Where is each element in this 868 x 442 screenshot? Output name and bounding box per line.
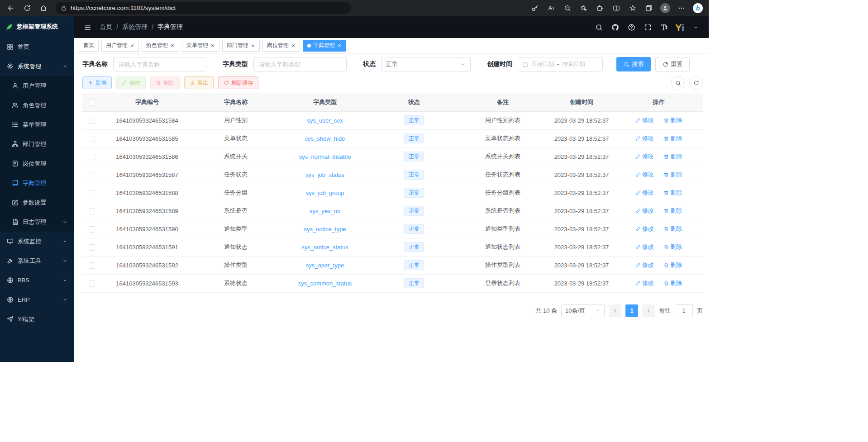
delete-link[interactable]: 删除	[663, 134, 682, 143]
hamburger-icon[interactable]	[81, 20, 94, 34]
collections-icon[interactable]	[642, 2, 656, 14]
tab-close-icon[interactable]	[130, 43, 134, 48]
edit-link[interactable]: 修改	[635, 279, 654, 287]
row-checkbox[interactable]	[89, 280, 95, 287]
sidebar-item[interactable]: 首页	[0, 37, 74, 57]
breadcrumb-item[interactable]: / 字典管理	[152, 23, 183, 31]
dict-type-link[interactable]: sys_job_group	[306, 190, 344, 196]
tab[interactable]: 首页	[79, 40, 99, 52]
row-checkbox[interactable]	[89, 154, 95, 160]
row-checkbox[interactable]	[89, 226, 95, 233]
dict-type-link[interactable]: sys_common_status	[298, 280, 352, 287]
delete-link[interactable]: 删除	[663, 279, 682, 287]
dict-type-link[interactable]: sys_notice_status	[301, 244, 348, 251]
next-page-button[interactable]	[642, 304, 655, 317]
delete-button[interactable]: 删除	[150, 76, 180, 89]
app-logo[interactable]: 意框架管理系统	[0, 16, 74, 37]
breadcrumb-item[interactable]: 首页	[100, 23, 112, 31]
extensions-icon[interactable]	[593, 2, 607, 14]
more-icon[interactable]	[674, 2, 689, 14]
search-button[interactable]: 搜索	[616, 57, 651, 71]
delete-link[interactable]: 删除	[663, 189, 682, 197]
row-checkbox[interactable]	[89, 190, 95, 196]
help-icon[interactable]	[625, 20, 638, 34]
add-button[interactable]: 新增	[82, 76, 112, 89]
tab-close-icon[interactable]	[170, 43, 175, 48]
edit-link[interactable]: 修改	[635, 171, 654, 179]
dict-type-link[interactable]: sys_oper_type	[306, 262, 344, 269]
tab[interactable]: 角色管理	[142, 40, 179, 52]
sidebar-item[interactable]: 参数设置	[0, 193, 74, 212]
tab-close-icon[interactable]	[291, 43, 296, 48]
edit-link[interactable]: 修改	[635, 225, 654, 233]
zoom-icon[interactable]	[560, 2, 575, 14]
edit-link[interactable]: 修改	[635, 243, 654, 251]
edit-link[interactable]: 修改	[635, 134, 654, 143]
breadcrumb-item[interactable]: / 系统管理	[116, 23, 148, 31]
row-checkbox[interactable]	[89, 244, 95, 251]
fullscreen-icon[interactable]	[641, 20, 654, 34]
favorites-icon[interactable]	[625, 2, 640, 14]
row-checkbox[interactable]	[89, 208, 95, 214]
sidebar-item[interactable]: 字典管理	[0, 173, 74, 193]
export-button[interactable]: 导出	[184, 76, 214, 89]
back-icon[interactable]	[4, 2, 18, 14]
delete-link[interactable]: 删除	[663, 225, 682, 233]
refresh-cache-button[interactable]: 刷新缓存	[218, 76, 258, 89]
lock-icon[interactable]	[61, 5, 67, 11]
sidebar-item[interactable]: 系统管理	[0, 57, 74, 76]
current-page[interactable]: 1	[625, 304, 638, 317]
reset-button[interactable]: 重置	[655, 57, 690, 71]
goto-page-input[interactable]	[675, 304, 693, 317]
row-checkbox[interactable]	[89, 262, 95, 269]
font-size-icon[interactable]	[657, 20, 671, 34]
split-screen-icon[interactable]	[609, 2, 624, 14]
delete-link[interactable]: 删除	[663, 116, 682, 124]
delete-link[interactable]: 删除	[663, 152, 682, 161]
delete-link[interactable]: 删除	[663, 171, 682, 179]
row-checkbox[interactable]	[89, 118, 95, 124]
sidebar-item[interactable]: ERP	[0, 290, 74, 309]
row-checkbox[interactable]	[89, 136, 95, 142]
sidebar-item[interactable]: BBS	[0, 271, 74, 290]
tab[interactable]: 岗位管理	[262, 40, 300, 52]
row-checkbox[interactable]	[89, 172, 95, 178]
edit-link[interactable]: 修改	[635, 152, 654, 161]
dict-type-link[interactable]: sys_yes_no	[310, 208, 341, 214]
tab[interactable]: 字典管理	[303, 40, 346, 52]
tab[interactable]: 菜单管理	[182, 40, 219, 52]
toggle-search-button[interactable]	[671, 76, 685, 90]
sidebar-item[interactable]: 系统工具	[0, 251, 74, 271]
dict-type-link[interactable]: sys_show_hide	[305, 135, 345, 142]
delete-link[interactable]: 删除	[663, 261, 682, 269]
sidebar-item[interactable]: 系统监控	[0, 232, 74, 251]
address-bar[interactable]: https://ccnetcore.com:1101/system/dict	[55, 2, 351, 14]
date-range-picker[interactable]: 开始日期 - 结束日期	[518, 57, 603, 71]
sidebar-item[interactable]: Yi框架	[0, 309, 74, 329]
sidebar-item[interactable]: 部门管理	[0, 134, 74, 154]
delete-link[interactable]: 删除	[663, 207, 682, 215]
edit-link[interactable]: 修改	[635, 207, 654, 215]
favorite-add-icon[interactable]	[577, 2, 591, 14]
home-icon[interactable]	[36, 2, 51, 14]
page-size-select[interactable]: 10条/页	[561, 304, 605, 317]
edit-link[interactable]: 修改	[635, 189, 654, 197]
dict-type-link[interactable]: sys_normal_disable	[299, 153, 351, 160]
edit-link[interactable]: 修改	[635, 116, 654, 124]
dict-type-link[interactable]: sys_job_status	[305, 171, 344, 178]
sidebar-item[interactable]: 角色管理	[0, 95, 74, 115]
sidebar-item[interactable]: 日志管理	[0, 212, 74, 232]
sidebar-item[interactable]: 用户管理	[0, 76, 74, 95]
refresh-icon[interactable]	[20, 2, 34, 14]
tab-close-icon[interactable]	[337, 43, 342, 48]
search-icon[interactable]	[592, 20, 606, 34]
read-aloud-icon[interactable]	[544, 2, 558, 14]
sidebar-item[interactable]: 岗位管理	[0, 154, 74, 173]
tab-close-icon[interactable]	[210, 43, 215, 48]
edit-link[interactable]: 修改	[635, 261, 654, 269]
copilot-icon[interactable]: b	[691, 2, 705, 14]
chevron-down-icon[interactable]	[689, 20, 702, 34]
sidebar-item[interactable]: 菜单管理	[0, 115, 74, 134]
github-icon[interactable]	[608, 20, 622, 34]
prev-page-button[interactable]	[609, 304, 621, 317]
